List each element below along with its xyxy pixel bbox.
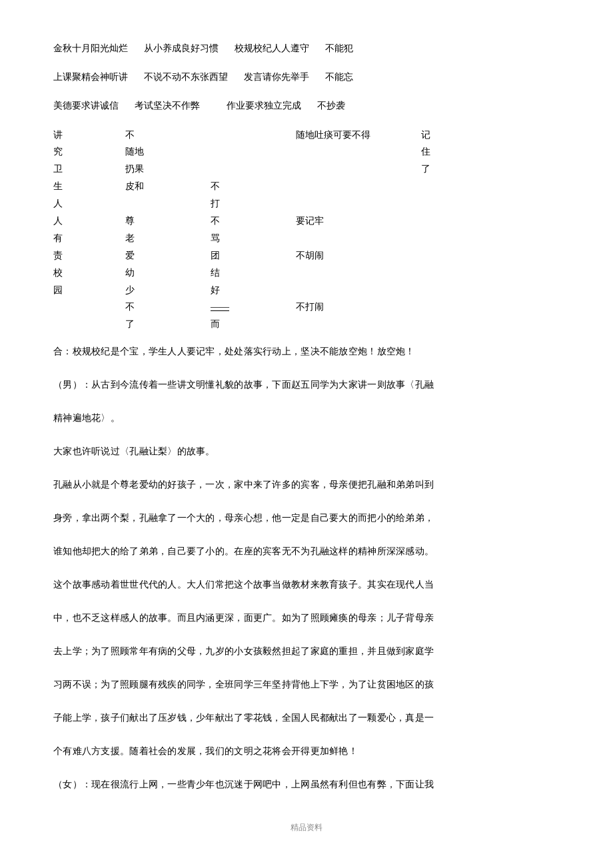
col4-r3 <box>296 161 402 178</box>
para5-text: （女）：现在很流行上网，一些青少年也沉迷于网吧中，上网虽然有利但也有弊，下面让我 <box>53 779 434 789</box>
line3-seg3: 作业要求独立完成 <box>227 97 301 114</box>
line-3: 美德要求讲诚信 考试坚决不作弊 作业要求独立完成 不抄袭 <box>53 97 560 114</box>
col2-r5 <box>125 195 192 213</box>
col3-r5: 打 <box>211 195 277 213</box>
line-1: 金秋十月阳光灿烂 从小养成良好习惯 校规校纪人人遵守 不能犯 <box>53 40 560 57</box>
col3-r8: 团 <box>211 247 277 264</box>
vertical-section: 讲 究 卫 生 人 人 有 责 校 园 不 随地 扔果 皮和 尊 老 爱 幼 少… <box>53 127 560 334</box>
col2-r9: 幼 <box>125 264 192 282</box>
para1b-text: 精神遍地花〉。 <box>53 413 120 423</box>
col5-r3: 了 <box>421 161 474 178</box>
line3-seg4: 不抄袭 <box>317 97 345 114</box>
para3b-block: 身旁，拿出两个梨，孔融拿了一个大的，母亲心想，他一定是自己要大的而把小的给弟弟， <box>53 509 560 528</box>
col2-r12: 了 <box>125 316 192 333</box>
col3-r7: 骂 <box>211 230 277 247</box>
combined-line: 合：校规校纪是个宝，学生人人要记牢，处处落实行动上，坚决不能放空炮！放空炮！ <box>53 342 560 361</box>
para4d-block: 习两不误；为了照顾腿有残疾的同学，全班同学三年坚持背他上下学，为了让贫困地区的孩 <box>53 675 560 694</box>
col1-char8: 责 <box>53 247 107 264</box>
col4-r11: 不打闹 <box>296 298 402 316</box>
col2-r6: 尊 <box>125 213 192 230</box>
para4c-text: 去上学；为了照顾常年有病的父母，九岁的小女孩毅然担起了家庭的重担，并且做到家庭学 <box>53 646 434 656</box>
col3-r2 <box>211 143 277 161</box>
col2-r2: 随地 <box>125 143 192 161</box>
para4e-block: 子能上学，孩子们献出了压岁钱，少年献出了零花钱，全国人民都献出了一颗爱心，真是一 <box>53 709 560 727</box>
para3b-text: 身旁，拿出两个梨，孔融拿了一个大的，母亲心想，他一定是自己要大的而把小的给弟弟， <box>53 513 434 523</box>
line-2: 上课聚精会神听讲 不说不动不东张西望 发言请你先举手 不能忘 <box>53 69 560 85</box>
col3-r10: 好 <box>211 282 277 299</box>
col3-r1 <box>211 127 277 144</box>
col4-r5 <box>296 195 402 213</box>
col2-r4: 皮和 <box>125 178 192 195</box>
para1b-block: 精神遍地花〉。 <box>53 409 560 428</box>
para4a-block: 这个故事感动着世世代代的人。大人们常把这个故事当做教材来教育孩子。其实在现代人当 <box>53 576 560 594</box>
col1-char9: 校 <box>53 264 107 282</box>
para1-text: （男）：从古到今流传着一些讲文明懂礼貌的故事，下面赵五同学为大家讲一则故事〈孔融 <box>53 380 434 390</box>
col2-r10: 少 <box>125 282 192 299</box>
col3-block: 不 打 不 骂 团 结 好 —— 而 <box>211 127 277 334</box>
col5-r1: 记 <box>421 127 474 144</box>
para3c-text: 谁知他却把大的给了弟弟，自己要了小的。在座的宾客无不为孔融这样的精神所深深感动。 <box>53 546 434 556</box>
col2-r3: 扔果 <box>125 161 192 178</box>
col4-r9 <box>296 264 402 282</box>
line2-seg3: 发言请你先举手 <box>244 69 309 85</box>
col3-r12: 而 <box>211 316 277 333</box>
col3-r4: 不 <box>211 178 277 195</box>
col1-char6: 人 <box>53 213 107 230</box>
para4e-text: 子能上学，孩子们献出了压岁钱，少年献出了零花钱，全国人民都献出了一颗爱心，真是一 <box>53 713 434 723</box>
para5-block: （女）：现在很流行上网，一些青少年也沉迷于网吧中，上网虽然有利但也有弊，下面让我 <box>53 775 560 794</box>
col4-r4 <box>296 178 402 195</box>
col1-char4: 生 <box>53 178 107 195</box>
col3-r11: —— <box>211 298 277 316</box>
para4b-block: 中，也不乏这样感人的故事。而且内涵更深，面更广。如为了照顾瘫痪的母亲；儿子背母亲 <box>53 609 560 628</box>
footer-text: 精品资料 <box>53 821 560 835</box>
line2-seg4: 不能忘 <box>325 69 353 85</box>
col1-char10: 园 <box>53 282 107 299</box>
line3-seg2: 考试坚决不作弊 <box>135 97 200 114</box>
col5-block: 记 住 了 <box>421 127 474 179</box>
para3a-block: 孔融从小就是个尊老爱幼的好孩子，一次，家中来了许多的宾客，母亲便把孔融和弟弟叫到 <box>53 476 560 494</box>
para4a-text: 这个故事感动着世世代代的人。大人们常把这个故事当做教材来教育孩子。其实在现代人当 <box>53 580 434 590</box>
col3-r6: 不 <box>211 213 277 230</box>
col4-r10 <box>296 282 402 299</box>
page-content: 金秋十月阳光灿烂 从小养成良好习惯 校规校纪人人遵守 不能犯 上课聚精会神听讲 … <box>53 40 560 835</box>
col5-r2: 住 <box>421 143 474 161</box>
col1-char1: 讲 <box>53 127 107 144</box>
footer-label: 精品资料 <box>291 823 322 832</box>
col1-char5: 人 <box>53 195 107 213</box>
para4c-block: 去上学；为了照顾常年有病的父母，九岁的小女孩毅然担起了家庭的重担，并且做到家庭学 <box>53 642 560 661</box>
line1-seg3: 校规校纪人人遵守 <box>235 40 309 57</box>
line1-seg2: 从小养成良好习惯 <box>144 40 219 57</box>
line1-seg1: 金秋十月阳光灿烂 <box>53 40 128 57</box>
para2-block: 大家也许听说过〈孔融让梨〉的故事。 <box>53 442 560 461</box>
para3c-block: 谁知他却把大的给了弟弟，自己要了小的。在座的宾客无不为孔融这样的精神所深深感动。 <box>53 542 560 561</box>
line3-seg1: 美德要求讲诚信 <box>53 97 119 114</box>
para4d-text: 习两不误；为了照顾腿有残疾的同学，全班同学三年坚持背他上下学，为了让贫困地区的孩 <box>53 679 434 689</box>
col1-char7: 有 <box>53 230 107 247</box>
line2-seg1: 上课聚精会神听讲 <box>53 69 128 85</box>
para4f-text: 个有难八方支援。随着社会的发展，我们的文明之花将会开得更加鲜艳！ <box>53 746 358 756</box>
combined-text: 合：校规校纪是个宝，学生人人要记牢，处处落实行动上，坚决不能放空炮！放空炮！ <box>53 346 415 356</box>
col4-r7 <box>296 230 402 247</box>
col2-block: 不 随地 扔果 皮和 尊 老 爱 幼 少 不 了 <box>125 127 192 334</box>
para1-block: （男）：从古到今流传着一些讲文明懂礼貌的故事，下面赵五同学为大家讲一则故事〈孔融 <box>53 376 560 394</box>
col2-r8: 爱 <box>125 247 192 264</box>
col2-r1: 不 <box>125 127 192 144</box>
col1-char3: 卫 <box>53 161 107 178</box>
col2-r7: 老 <box>125 230 192 247</box>
col3-r3 <box>211 161 277 178</box>
col4-block: 随地吐痰可要不得 要记牢 不胡闹 不打闹 <box>296 127 402 316</box>
col1-block: 讲 究 卫 生 人 人 有 责 校 园 <box>53 127 107 299</box>
col1-char2: 究 <box>53 143 107 161</box>
para4f-block: 个有难八方支援。随着社会的发展，我们的文明之花将会开得更加鲜艳！ <box>53 742 560 761</box>
line1-seg4: 不能犯 <box>325 40 353 57</box>
col2-r11: 不 <box>125 298 192 316</box>
col4-r2 <box>296 143 402 161</box>
col4-r6: 要记牢 <box>296 213 402 230</box>
col4-r8: 不胡闹 <box>296 247 402 264</box>
col3-r9: 结 <box>211 264 277 282</box>
para2-text: 大家也许听说过〈孔融让梨〉的故事。 <box>53 446 215 456</box>
para4b-text: 中，也不乏这样感人的故事。而且内涵更深，面更广。如为了照顾瘫痪的母亲；儿子背母亲 <box>53 613 434 623</box>
col4-r1: 随地吐痰可要不得 <box>296 127 402 144</box>
para3a-text: 孔融从小就是个尊老爱幼的好孩子，一次，家中来了许多的宾客，母亲便把孔融和弟弟叫到 <box>53 480 434 490</box>
line2-seg2: 不说不动不东张西望 <box>144 69 228 85</box>
